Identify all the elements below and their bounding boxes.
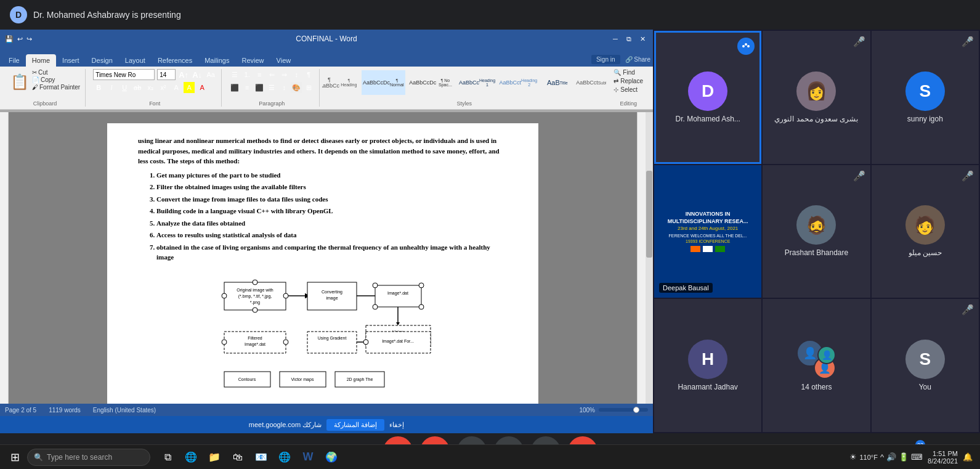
clear-format-button[interactable]: Aa — [205, 69, 216, 80]
replace-button[interactable]: ⇄ Replace — [614, 78, 643, 84]
multilevel-button[interactable]: ≡ — [254, 69, 265, 80]
italic-button[interactable]: I — [106, 82, 117, 93]
strikethrough-button[interactable]: ab — [132, 82, 143, 93]
style-title-item[interactable]: AaBTitle — [540, 69, 574, 96]
show-marks-button[interactable]: ¶ — [303, 69, 314, 80]
tab-layout[interactable]: Layout — [119, 54, 152, 67]
participant-tile-others[interactable]: 👤 👤 👤 14 others — [763, 299, 870, 432]
join-meeting-button[interactable]: إضافة المشاركة — [326, 419, 384, 431]
participant-tile-bushra[interactable]: 🎤 👩 بشرى سعدون محمد النوري — [763, 31, 870, 164]
borders-button[interactable]: ⊞ — [303, 82, 314, 93]
share-button[interactable]: 🔗 Share — [625, 56, 650, 63]
font-name-input[interactable] — [93, 69, 155, 80]
svg-rect-30 — [307, 332, 357, 353]
format-painter-button[interactable]: 🖌 Format Painter — [32, 84, 80, 91]
text-color-button[interactable]: A — [171, 82, 182, 93]
numbering-button[interactable]: 1. — [241, 69, 253, 80]
tab-mailings[interactable]: Mailings — [198, 54, 235, 67]
svg-point-4 — [222, 293, 227, 298]
svg-point-36 — [363, 340, 368, 345]
participant-tile-prashant[interactable]: 🎤 🧔 Prashant Bhandare — [763, 165, 870, 298]
style-h2-item[interactable]: AaBbCctHeading 2 — [498, 69, 538, 96]
dr-mohamed-avatar: D — [688, 71, 727, 111]
bushra-mic-icon: 🎤 — [853, 36, 865, 47]
highlight-color-button[interactable]: A — [184, 82, 195, 93]
find-button[interactable]: 🔍 Find — [614, 69, 643, 76]
align-center-button[interactable]: ≡ — [241, 82, 253, 93]
copy-button[interactable]: 📄 Copy — [32, 76, 80, 83]
sign-in-button[interactable]: Sign in — [591, 55, 620, 64]
font-color-button[interactable]: A — [196, 82, 208, 93]
participant-tile-conference[interactable]: INNOVATIONS INMULTIDISCIPLINARY RESEA...… — [654, 165, 761, 298]
sunny-avatar: S — [905, 71, 945, 111]
tab-review[interactable]: Review — [236, 54, 270, 67]
word-restore-button[interactable]: ⧉ — [623, 33, 634, 44]
tab-insert[interactable]: Insert — [56, 54, 86, 67]
tab-file[interactable]: File — [2, 54, 26, 67]
decrease-font-button[interactable]: A↓ — [192, 69, 203, 80]
style-nospace-item[interactable]: AaBbCcDc¶ No Spac... — [408, 69, 455, 96]
participant-tile-sunny[interactable]: 🎤 S sunny igoh — [872, 31, 979, 164]
participant-tile-dr-mohamed[interactable]: D Dr. Mohamed Ash... — [654, 31, 761, 164]
windows-start-button[interactable]: ⊞ — [5, 447, 25, 467]
tab-design[interactable]: Design — [86, 54, 119, 67]
word-minimize-button[interactable]: ─ — [610, 33, 621, 44]
sort-button[interactable]: ↕ — [291, 69, 302, 80]
cut-button[interactable]: ✂ Cut — [32, 69, 80, 76]
word-quick-redo[interactable]: ↪ — [26, 35, 32, 43]
chrome-icon[interactable]: 🌍 — [322, 447, 341, 467]
subscript-button[interactable]: x₂ — [145, 82, 156, 93]
indent-button[interactable]: ⇒ — [278, 69, 290, 80]
superscript-button[interactable]: x² — [158, 82, 169, 93]
system-tray-icons: ☀ 110°F ^ 🔊 🔋 ⌨ — [849, 452, 923, 462]
bushra-avatar: 👩 — [796, 71, 836, 111]
increase-font-button[interactable]: A↑ — [178, 69, 189, 80]
ie-icon[interactable]: 🌐 — [275, 447, 294, 467]
hide-link-text[interactable]: إخفاء — [389, 421, 404, 429]
word-app: 💾 ↩ ↪ CONFINAL - Word ─ ⧉ ✕ File Home In… — [0, 30, 653, 433]
underline-button[interactable]: U — [119, 82, 130, 93]
tab-home[interactable]: Home — [26, 54, 56, 67]
align-left-button[interactable]: ⬛ — [229, 82, 240, 93]
style-heading-item[interactable]: ¶ AaBbCc¶ Heading — [322, 69, 358, 96]
file-explorer-icon[interactable]: 📁 — [205, 447, 224, 467]
bold-button[interactable]: B — [93, 82, 104, 93]
conf-date: 23rd and 24th August, 2021 — [678, 226, 738, 231]
shading-button[interactable]: 🎨 — [291, 82, 302, 93]
tab-references[interactable]: References — [152, 54, 198, 67]
notification-icon[interactable]: 🔔 — [963, 452, 973, 462]
bullets-button[interactable]: ☰ — [229, 69, 240, 80]
participant-tile-you[interactable]: 🎤 S You — [872, 299, 979, 432]
font-size-input[interactable] — [157, 69, 176, 80]
paste-button[interactable]: 📋 — [10, 69, 30, 95]
word-close-button[interactable]: ✕ — [637, 33, 648, 44]
presenting-status: Dr. Mohamed Ashabrawy is presenting — [33, 10, 181, 20]
edge-icon[interactable]: 🌐 — [181, 447, 201, 467]
taskbar-search[interactable]: 🔍 Type here to search — [27, 449, 150, 466]
align-right-button[interactable]: ⬛ — [254, 82, 265, 93]
svg-point-18 — [419, 304, 424, 309]
word-quick-save[interactable]: 💾 — [5, 35, 14, 43]
outdent-button[interactable]: ⇐ — [266, 69, 277, 80]
word-taskbar-icon[interactable]: W — [298, 447, 318, 467]
style-h1-item[interactable]: AaBbCcHeading 1 — [458, 69, 496, 96]
ribbon-tabs: File Home Insert Design Layout Reference… — [0, 48, 653, 67]
store-icon[interactable]: 🛍 — [228, 447, 248, 467]
tab-view[interactable]: View — [270, 54, 298, 67]
taskbar-date: 8/24/2021 — [928, 457, 958, 465]
hussain-avatar: 🧑 — [905, 205, 945, 245]
hanamant-avatar: H — [688, 340, 727, 379]
line-spacing-button[interactable]: ↕ — [278, 82, 290, 93]
participant-tile-hussain[interactable]: 🎤 🧑 حسين ميلو — [872, 165, 979, 298]
select-button[interactable]: ⊹ Select — [614, 86, 643, 93]
style-normal-item[interactable]: AaBbCcDc¶ Normal — [361, 69, 405, 96]
outlook-icon[interactable]: 📧 — [251, 447, 271, 467]
style-subtitle-item[interactable]: AaBbCctSubtitle — [577, 69, 606, 96]
doc-list-item-3: Convert the image from image files to da… — [156, 194, 508, 205]
dr-mohamed-name: Dr. Mohamed Ash... — [675, 115, 740, 123]
doc-list-item-4: Building code in a language visual C++ w… — [156, 206, 508, 216]
task-view-button[interactable]: ⧉ — [158, 447, 177, 467]
word-quick-undo[interactable]: ↩ — [17, 35, 23, 43]
justify-button[interactable]: ☰ — [266, 82, 277, 93]
participant-tile-hanamant[interactable]: H Hanamant Jadhav — [654, 299, 761, 432]
